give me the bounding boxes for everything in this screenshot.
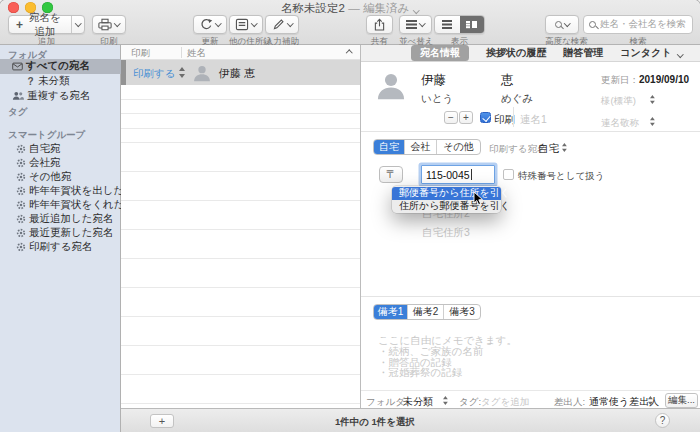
sort-button[interactable] [399,15,432,34]
list-view-icon [442,20,452,22]
sidebar-item-smart-received-last-year[interactable]: 昨年年賀状をくれた人 [16,198,135,212]
print-checkbox[interactable] [480,112,491,123]
home-address3-field[interactable]: 自宅住所3 [422,226,470,240]
special-number-checkbox[interactable] [503,169,514,180]
joint-honorific-select[interactable]: 連名敬称 [601,117,639,130]
text-caret [471,169,472,180]
row-print-toggle[interactable]: 印刷する [133,67,176,81]
print-address-select[interactable]: 自宅 [538,142,559,156]
edit-sender-button[interactable]: 編集... [665,393,698,408]
sidebar-item-smart-company[interactable]: 会社宛 [16,156,61,170]
sort-direction-chevron-up-icon[interactable] [346,50,352,56]
edited-indicator: — 編集済み [348,2,409,14]
refresh-icon [200,18,213,31]
tab-gift-management[interactable]: 贈答管理 [563,46,603,60]
adv-search-group: 高度な検索 [545,15,588,48]
empty-rows[interactable] [121,85,360,408]
chevron-down-icon [677,51,683,57]
sidebar-item-smart-other[interactable]: その他宛 [16,170,72,184]
row-selection-strip [121,60,126,85]
tab-recipient-info[interactable]: 宛名情報 [411,45,469,61]
honorific-stepper[interactable] [650,95,656,104]
divider [361,296,700,297]
update-button[interactable] [193,15,227,34]
gear-icon [16,172,26,182]
honorific-select[interactable]: 様(標準) [601,95,636,108]
last-name-field[interactable]: 伊藤 [421,72,446,89]
envelope-icon [12,62,23,71]
help-button[interactable]: ? [655,413,670,428]
tab-memo3[interactable]: 備考3 [444,305,480,319]
input-assist-button[interactable] [265,15,299,34]
print-stepper[interactable] [179,67,186,78]
menu-item-address-to-postal[interactable]: 住所から郵便番号を引く [392,200,501,213]
postal-mark-button[interactable]: 〒 [379,166,403,183]
address-book-icon [235,18,249,31]
tab-memo2[interactable]: 備考2 [408,305,444,319]
address-type-tabs: 自宅 会社 その他 [373,139,481,155]
list-detail-view-icon [466,21,470,22]
joint-name-field[interactable]: 連名1 [520,113,547,127]
joint-honorific-stepper[interactable] [650,117,656,126]
tab-company-address[interactable]: 会社 [405,140,437,154]
view-list-detail-segment[interactable] [460,16,485,33]
share-button[interactable] [366,15,393,34]
add-row-button[interactable]: + [150,414,174,428]
memo-textarea[interactable]: ここに自由にメモできます。 ・続柄、ご家族の名前 ・贈答品の記録 ・冠婚葬祭の記… [378,335,517,378]
tab-home-address[interactable]: 自宅 [374,140,405,154]
question-icon: ? [26,76,35,87]
menu-item-postal-to-address[interactable]: 郵便番号から住所を引く [392,187,501,200]
gear-icon [16,242,26,252]
mouse-cursor-icon [473,191,484,206]
tab-other-address[interactable]: その他 [437,140,480,154]
list-row-selected[interactable]: 印刷する 伊藤 恵 [121,60,360,85]
divider [361,131,700,132]
view-group: 表示 [434,15,485,48]
add-joint-name-button[interactable]: + [459,111,473,124]
recipient-list: 印刷 姓名 印刷する 伊藤 恵 [121,45,360,408]
column-divider[interactable] [181,47,182,58]
column-header-print[interactable]: 印刷 [131,47,150,60]
search-input[interactable]: 姓名・会社名を検索 [583,15,693,34]
detail-panel: 宛名情報 挨拶状の履歴 贈答管理 コンタクト 伊藤 恵 いとう めぐみ 更新日：… [360,45,700,408]
chevron-down-icon [251,20,257,26]
last-name-kana-field[interactable]: いとう [421,92,453,106]
postal-code-input[interactable]: 115-0045 [421,165,495,184]
list-header: 印刷 姓名 [121,45,360,60]
column-header-name[interactable]: 姓名 [187,47,206,60]
chevron-down-icon [564,20,570,26]
print-group: 印刷 [92,15,126,48]
sidebar-item-smart-to-print[interactable]: 印刷する宛名 [16,240,93,254]
view-list-segment[interactable] [435,16,460,33]
sidebar-item-smart-sent-last-year[interactable]: 昨年年賀状を出した人 [16,184,135,198]
add-recipient-dropdown[interactable] [71,16,84,33]
add-recipient-button[interactable]: + 宛名を追加 [8,15,85,34]
sidebar-item-uncategorized[interactable]: ? 未分類 [26,74,70,88]
first-name-field[interactable]: 恵 [501,72,514,89]
advanced-search-button[interactable] [545,15,579,34]
sidebar-item-smart-recently-updated[interactable]: 最近更新した宛名 [16,226,114,240]
other-address-books-button[interactable] [229,15,263,34]
sidebar-item-smart-home[interactable]: 自宅宛 [16,142,61,156]
folder-select[interactable]: 未分類 [403,395,433,409]
folder-stepper[interactable] [443,396,449,405]
sender-stepper[interactable] [648,396,654,405]
first-name-kana-field[interactable]: めぐみ [501,92,533,106]
sidebar-item-duplicates[interactable]: 重複する宛名 [12,89,91,103]
tab-contact[interactable]: コンタクト [620,46,682,60]
sidebar-item-smart-recently-added[interactable]: 最近追加した宛名 [16,212,114,226]
status-bar: + 1件中の 1件を選択 ? [121,408,700,432]
title-chevron-down-icon[interactable] [413,7,419,13]
updated-label: 更新日：2019/09/10 [601,74,689,87]
print-button[interactable] [92,15,126,34]
sort-group: 並べ替え [399,15,433,48]
sidebar-item-all-recipients[interactable]: すべての宛名 [12,59,90,73]
app-window: 名称未設定2 — 編集済み + 宛名を追加 追加 [0,0,700,432]
remove-joint-name-button[interactable]: − [444,111,458,124]
print-address-stepper[interactable] [562,143,568,152]
tab-memo1[interactable]: 備考1 [374,305,408,319]
print-checkbox-label: 印刷 [494,113,515,127]
avatar-icon[interactable] [374,69,408,102]
tab-greeting-history[interactable]: 挨拶状の履歴 [486,46,546,60]
add-recipient-group: + 宛名を追加 追加 [8,15,85,48]
